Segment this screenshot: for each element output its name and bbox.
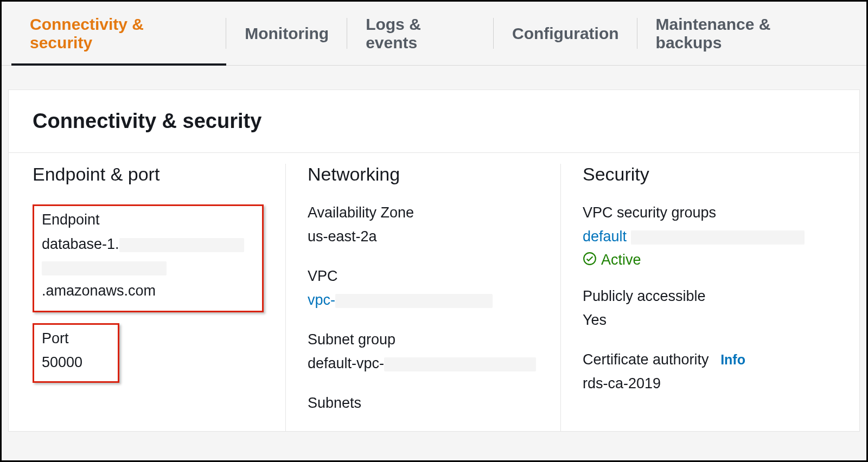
vpc-label: VPC [308, 268, 539, 285]
subnet-group-prefix: default-vpc- [308, 355, 384, 371]
public-value: Yes [583, 309, 814, 332]
az-label: Availability Zone [308, 204, 539, 221]
field-availability-zone: Availability Zone us-east-2a [308, 204, 539, 248]
public-label: Publicly accessible [583, 288, 814, 305]
column-security: Security VPC security groups default [560, 164, 835, 431]
sg-value: default [583, 226, 814, 248]
port-highlight: Port 50000 [33, 323, 119, 383]
column-networking: Networking Availability Zone us-east-2a … [285, 164, 560, 431]
endpoint-prefix: database-1. [42, 236, 119, 252]
sg-status: Active [601, 252, 641, 268]
tab-label: Logs & events [366, 15, 475, 52]
field-vpc: VPC vpc- [308, 268, 539, 312]
tab-bar: Connectivity & security Monitoring Logs … [2, 2, 866, 66]
redacted-text [335, 294, 493, 308]
subnets-label: Subnets [308, 395, 539, 412]
svg-point-0 [584, 253, 596, 265]
tab-monitoring[interactable]: Monitoring [226, 2, 347, 65]
subnet-group-value: default-vpc- [308, 352, 539, 375]
vpc-value: vpc- [308, 289, 539, 312]
redacted-text [384, 357, 536, 371]
vpc-link[interactable]: vpc- [308, 292, 335, 308]
panel-header: Connectivity & security [9, 90, 859, 153]
endpoint-suffix: .amazonaws.com [42, 283, 156, 299]
tab-label: Monitoring [245, 24, 329, 43]
ca-value: rds-ca-2019 [583, 373, 814, 395]
tab-maintenance-backups[interactable]: Maintenance & backups [637, 2, 857, 65]
tab-configuration[interactable]: Configuration [494, 2, 637, 65]
tab-connectivity-security[interactable]: Connectivity & security [11, 2, 226, 65]
field-publicly-accessible: Publicly accessible Yes [583, 288, 814, 332]
redacted-text [631, 230, 805, 245]
endpoint-value-line1: database-1. [42, 233, 254, 256]
column-title: Endpoint & port [33, 164, 264, 185]
sg-link[interactable]: default [583, 228, 627, 245]
field-vpc-security-groups: VPC security groups default Active [583, 204, 814, 268]
field-certificate-authority: Certificate authority Info rds-ca-2019 [583, 351, 814, 395]
tab-label: Maintenance & backups [656, 15, 838, 52]
app-frame: Connectivity & security Monitoring Logs … [0, 0, 868, 462]
endpoint-highlight: Endpoint database-1. .amazonaws.com [33, 204, 264, 312]
tab-label: Connectivity & security [30, 15, 208, 52]
redacted-text [42, 261, 167, 275]
panel-columns: Endpoint & port Endpoint database-1. .am… [9, 153, 859, 431]
ca-label-row: Certificate authority Info [583, 351, 814, 368]
panel-title: Connectivity & security [33, 110, 835, 133]
tab-logs-events[interactable]: Logs & events [347, 2, 494, 65]
check-circle-icon [583, 252, 597, 268]
endpoint-value-line2: .amazonaws.com [42, 256, 254, 303]
redacted-text [119, 238, 244, 252]
port-value: 50000 [42, 351, 110, 374]
field-subnet-group: Subnet group default-vpc- [308, 331, 539, 375]
field-subnets: Subnets [308, 395, 539, 412]
tab-label: Configuration [512, 24, 619, 43]
ca-label: Certificate authority [583, 351, 709, 368]
info-link[interactable]: Info [720, 352, 745, 367]
column-title: Networking [308, 164, 539, 185]
sg-status-row: Active [583, 252, 814, 268]
sg-label: VPC security groups [583, 204, 814, 221]
subnet-group-label: Subnet group [308, 331, 539, 348]
az-value: us-east-2a [308, 226, 539, 248]
column-title: Security [583, 164, 814, 185]
column-endpoint-port: Endpoint & port Endpoint database-1. .am… [33, 164, 285, 431]
endpoint-label: Endpoint [42, 211, 254, 228]
port-label: Port [42, 330, 110, 347]
connectivity-panel: Connectivity & security Endpoint & port … [8, 89, 860, 432]
